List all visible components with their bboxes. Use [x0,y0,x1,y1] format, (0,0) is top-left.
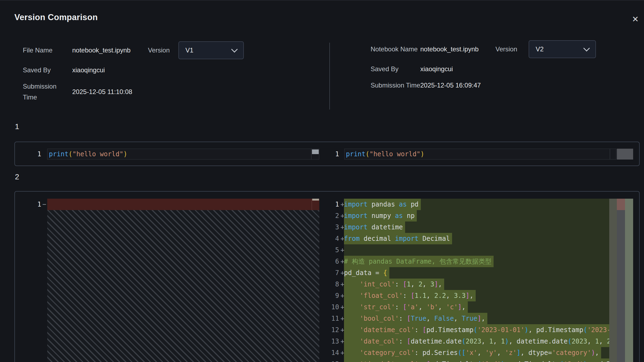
line-number: 14 [322,347,339,358]
submission-time-value: 2025-12-05 16:09:47 [420,80,481,91]
version-select-value: V1 [185,46,193,54]
file-name-label: File Name [23,45,72,56]
diff-cell-1: 1 print("hello world") 1 print("hello wo… [14,142,640,166]
code-line[interactable]: 2+import numpy as np [15,210,639,221]
meta-row: Saved By xiaoqingcui [23,65,316,76]
line-number: 11 [322,313,339,324]
code-text: import datetime [344,221,609,233]
code-line: print("hello world") [49,149,127,159]
code-line[interactable]: 5+ [15,244,639,256]
version-comparison-modal: Version Comparison ✕ File Name notebook_… [0,0,644,362]
meta-row: Saved By xiaoqingcui [371,64,639,74]
chevron-down-icon [231,46,238,52]
code-text: # 构造 pandas DataFrame, 包含常见数据类型 [344,256,609,267]
file-name-value: notebook_test.ipynb [72,45,148,56]
line-number: 4 [322,233,339,244]
overview-ruler-added-column [625,199,633,362]
line-number: 10 [322,301,339,313]
page-title: Version Comparison [14,13,98,22]
code-line[interactable]: 12+ 'datetime_col': [pd.Timestamp('2023-… [15,324,639,336]
right-version-meta: Notebook Name notebook_test.ipynb Versio… [371,40,639,96]
scrollbar-thumb[interactable] [312,149,319,154]
code-editor-left[interactable]: print("hello world") [47,149,319,160]
notebook-name-label: Notebook Name [371,44,420,55]
code-line[interactable]: 11+ 'bool_col': [True, False, True], [15,313,639,324]
line-number: 6 [322,256,339,267]
line-number: 13 [322,336,339,347]
code-editor-right[interactable]: print("hello world") [344,149,616,160]
code-text: pd_data = { [344,267,609,279]
cell-index-2: 2 [15,173,19,181]
meta-row: Notebook Name notebook_test.ipynb Versio… [371,40,639,58]
version-select-value: V2 [536,45,544,53]
version-label: Version [148,46,178,54]
meta-row: File Name notebook_test.ipynb Version V1 [23,41,316,59]
code-line[interactable]: 15+ 'timedelta_col': [pd.Timedelta('1 d'… [15,358,639,362]
overview-ruler-removed-mark [617,199,625,210]
code-text: 'str_col': ['a', 'b', 'c'], [344,301,609,313]
meta-divider [329,43,330,110]
meta-row: Submission Time 2025-12-05 16:09:47 [371,80,639,91]
scrollbar-track[interactable] [609,199,617,362]
saved-by-label: Saved By [23,65,72,76]
code-line[interactable]: 7+pd_data = { [15,267,639,279]
line-number: 7 [322,267,339,279]
submission-time-label: Submission Time [371,80,420,91]
cell-index-1: 1 [15,122,19,131]
code-line: print("hello world") [346,149,424,159]
chevron-down-icon [583,45,590,51]
code-text: 'category_col': pd.Series(['x', 'y', 'z'… [344,347,609,358]
code-line[interactable]: 8+ 'int_col': [1, 2, 3], [15,279,639,290]
line-number: 1 [24,149,41,160]
line-number: 15 [322,358,339,362]
line-number: 1 [322,149,339,160]
notebook-name-value: notebook_test.ipynb [420,44,495,55]
line-number: 2 [322,210,339,221]
scrollbar-divider [610,149,610,159]
code-text: 'datetime_col': [pd.Timestamp('2023-01-0… [344,324,609,336]
submission-time-label: Submission Time [23,81,72,103]
code-editor-added[interactable]: 1+import pandas as pd2+import numpy as n… [15,199,639,362]
line-number: 9 [322,290,339,301]
code-line[interactable]: 14+ 'category_col': pd.Series(['x', 'y',… [15,347,639,358]
submission-time-value: 2025-12-05 11:10:08 [72,86,132,97]
line-number: 1 [322,199,339,210]
code-line[interactable]: 9+ 'float_col': [1.1, 2.2, 3.3], [15,290,639,301]
line-number: 5 [322,244,339,256]
saved-by-value: xiaoqingcui [420,64,453,74]
scrollbar-divider [311,149,311,159]
code-text: import numpy as np [344,210,609,221]
code-text: from decimal import Decimal [344,233,609,244]
code-line[interactable]: 10+ 'str_col': ['a', 'b', 'c'], [15,301,639,313]
version-select-v2[interactable]: V2 [529,40,596,58]
code-line[interactable]: 1+import pandas as pd [15,199,639,210]
close-icon[interactable]: ✕ [629,13,641,25]
code-text: 'float_col': [1.1, 2.2, 3.3], [344,290,609,301]
line-number: 8 [322,279,339,290]
version-select-v1[interactable]: V1 [178,41,244,59]
code-line[interactable]: 13+ 'date_col': [datetime.date(2023, 1, … [15,336,639,347]
saved-by-label: Saved By [371,64,420,74]
code-line[interactable]: 3+import datetime [15,221,639,233]
code-text: 'bool_col': [True, False, True], [344,313,609,324]
code-line[interactable]: 4+from decimal import Decimal [15,233,639,244]
overview-ruler[interactable] [617,199,625,362]
code-text: 'int_col': [1, 2, 3], [344,279,609,290]
code-text: 'timedelta_col': [pd.Timedelta('1 d'), p… [344,358,609,362]
code-text: 'date_col': [datetime.date(2023, 1, 1), … [344,336,609,347]
saved-by-value: xiaoqingcui [72,65,105,76]
version-label: Version [495,45,529,53]
code-line[interactable]: 6+# 构造 pandas DataFrame, 包含常见数据类型 [15,256,639,267]
scrollbar-thumb[interactable] [617,149,633,160]
code-text: import pandas as pd [344,199,609,210]
diff-cell-2: 1 − 1+import pandas as pd2+import numpy … [14,191,640,362]
code-text [344,244,609,256]
line-number: 3 [322,221,339,233]
meta-row: Submission Time 2025-12-05 11:10:08 [23,81,316,103]
line-number: 12 [322,324,339,336]
left-version-meta: File Name notebook_test.ipynb Version V1… [23,41,316,108]
